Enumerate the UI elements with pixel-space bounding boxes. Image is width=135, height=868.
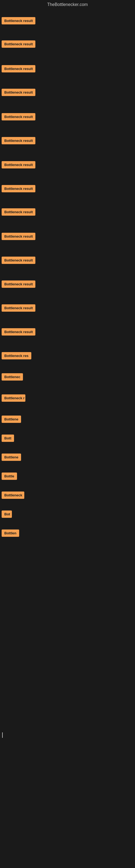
bottleneck-item[interactable]: Bottlen — [2, 529, 19, 538]
bottleneck-item[interactable]: Bottleneck res — [2, 351, 31, 361]
bottleneck-badge[interactable]: Bottleneck result — [2, 17, 35, 24]
bottleneck-item[interactable]: Bottleneck result — [2, 17, 35, 26]
cursor-line — [2, 733, 3, 738]
bottleneck-badge[interactable]: Bottleneck — [2, 492, 24, 499]
bottleneck-badge[interactable]: Bottleneck result — [2, 113, 35, 120]
bottleneck-badge[interactable]: Bottlen — [2, 529, 19, 537]
bottleneck-badge[interactable]: Bottleneck result — [2, 89, 35, 96]
bottleneck-item[interactable]: Bottlene — [2, 415, 21, 425]
bottleneck-badge[interactable]: Bottleneck result — [2, 208, 35, 216]
bottleneck-badge[interactable]: Bottlenec — [2, 373, 23, 380]
bottleneck-item[interactable]: Bottleneck result — [2, 40, 35, 50]
bottleneck-item[interactable]: Bottleneck result — [2, 65, 35, 74]
bottleneck-item[interactable]: Bot — [2, 510, 12, 520]
site-title: TheBottlenecker.com — [0, 0, 135, 8]
bottleneck-item[interactable]: Bottle — [2, 472, 17, 482]
bottleneck-badge[interactable]: Bottleneck result — [2, 328, 35, 336]
bottleneck-badge[interactable]: Bottleneck result — [2, 185, 35, 192]
bottleneck-badge[interactable]: Bottleneck res — [2, 352, 31, 360]
bottleneck-item[interactable]: Bottleneck r — [2, 394, 26, 403]
bottleneck-item[interactable]: Bottleneck result — [2, 256, 35, 266]
bottleneck-badge[interactable]: Bott — [2, 435, 14, 442]
bottleneck-badge[interactable]: Bottleneck result — [2, 304, 35, 312]
bottleneck-item[interactable]: Bottlenec — [2, 373, 23, 382]
bottleneck-badge[interactable]: Bottleneck result — [2, 257, 35, 264]
bottleneck-item[interactable]: Bottleneck result — [2, 280, 35, 289]
bottleneck-item[interactable]: Bottleneck result — [2, 113, 35, 122]
bottleneck-item[interactable]: Bottleneck result — [2, 184, 35, 194]
bottleneck-badge[interactable]: Bottleneck result — [2, 40, 35, 48]
bottleneck-badge[interactable]: Bottleneck result — [2, 65, 35, 72]
bottleneck-item[interactable]: Bottleneck result — [2, 208, 35, 217]
bottleneck-badge[interactable]: Bottleneck r — [2, 394, 26, 402]
bottleneck-badge[interactable]: Bottleneck result — [2, 233, 35, 240]
bottleneck-item[interactable]: Bottleneck result — [2, 232, 35, 242]
bottleneck-badge[interactable]: Bottleneck result — [2, 137, 35, 144]
bottleneck-item[interactable]: Bottleneck — [2, 491, 24, 500]
bottleneck-badge[interactable]: Bottlene — [2, 415, 21, 423]
bottleneck-item[interactable]: Bottleneck result — [2, 304, 35, 313]
bottleneck-badge[interactable]: Bottlene — [2, 454, 21, 461]
bottleneck-item[interactable]: Bottleneck result — [2, 161, 35, 170]
bottleneck-item[interactable]: Bott — [2, 434, 14, 443]
bottleneck-item[interactable]: Bottleneck result — [2, 328, 35, 337]
site-header: TheBottlenecker.com — [0, 0, 135, 8]
bottleneck-badge[interactable]: Bottleneck result — [2, 280, 35, 288]
bottleneck-badge[interactable]: Bottleneck result — [2, 161, 35, 168]
bottleneck-item[interactable]: Bottleneck result — [2, 88, 35, 98]
bottleneck-item[interactable]: Bottlene — [2, 453, 21, 463]
bottleneck-badge[interactable]: Bot — [2, 510, 12, 518]
bottleneck-badge[interactable]: Bottle — [2, 472, 17, 480]
bottleneck-item[interactable]: Bottleneck result — [2, 136, 35, 146]
